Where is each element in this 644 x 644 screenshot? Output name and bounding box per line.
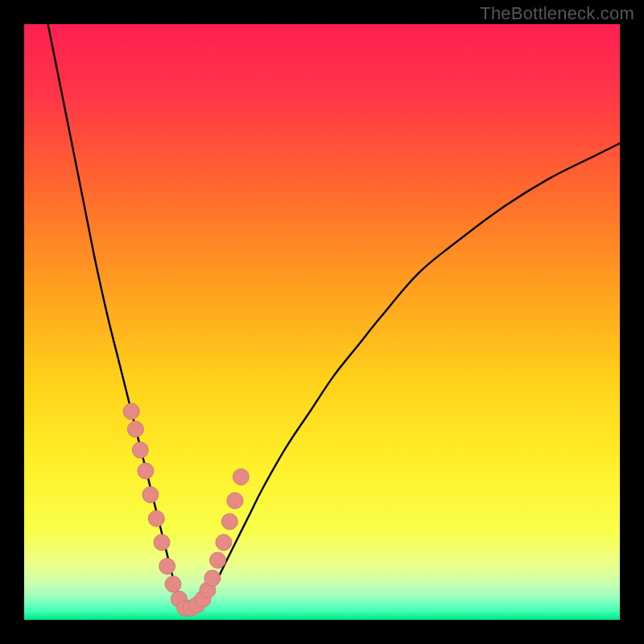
marker-point <box>233 469 249 485</box>
marker-point <box>227 493 243 509</box>
marker-point <box>154 535 170 551</box>
bottleneck-curve <box>48 24 620 609</box>
marker-point <box>142 487 159 503</box>
watermark-text: TheBottleneck.com <box>480 3 634 24</box>
bottleneck-curve-svg <box>24 24 620 620</box>
marker-point <box>210 552 226 568</box>
marker-point <box>159 558 175 574</box>
marker-point <box>204 570 221 586</box>
plot-area <box>24 24 620 620</box>
marker-point <box>138 463 154 479</box>
marker-point <box>132 442 148 458</box>
marker-point <box>123 403 139 419</box>
marker-point <box>216 535 232 551</box>
marker-point <box>165 576 181 592</box>
marker-point <box>148 510 164 526</box>
highlight-markers <box>123 403 249 616</box>
chart-frame: TheBottleneck.com <box>0 0 644 644</box>
marker-point <box>221 514 237 530</box>
marker-point <box>127 421 143 437</box>
